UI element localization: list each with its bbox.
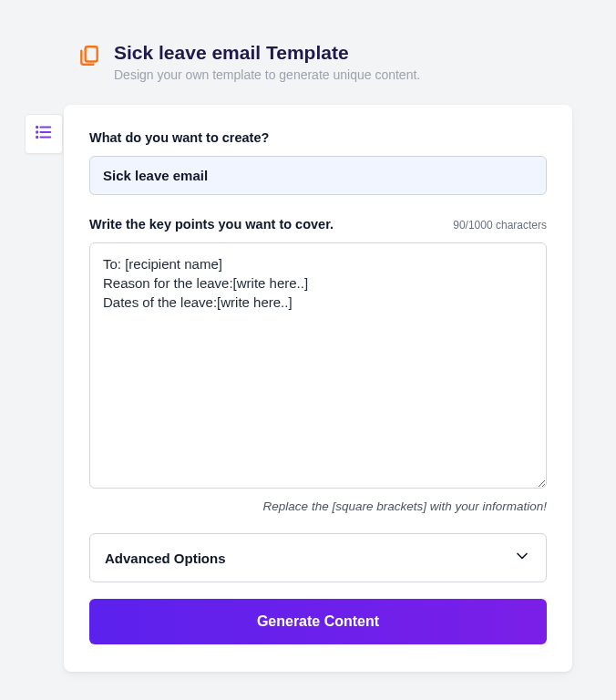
- list-icon: [34, 122, 54, 146]
- svg-point-5: [36, 137, 37, 138]
- chevron-down-icon: [513, 547, 531, 569]
- svg-point-3: [36, 131, 37, 132]
- page-subtitle: Design your own template to generate uni…: [114, 67, 616, 82]
- sidebar-list-toggle[interactable]: [25, 114, 63, 154]
- svg-rect-0: [86, 46, 98, 61]
- keypoints-label: Write the key points you want to cover.: [89, 217, 334, 232]
- page-title: Sick leave email Template: [114, 42, 616, 64]
- keypoints-textarea[interactable]: [89, 242, 547, 489]
- advanced-options-label: Advanced Options: [105, 551, 226, 566]
- character-counter: 90/1000 characters: [453, 219, 547, 232]
- page-header: Sick leave email Template Design your ow…: [0, 0, 616, 82]
- svg-point-1: [36, 127, 37, 128]
- copy-icon: [77, 44, 101, 71]
- title-label: What do you want to create?: [89, 130, 547, 145]
- generate-button[interactable]: Generate Content: [89, 599, 547, 644]
- title-input[interactable]: [89, 156, 547, 195]
- template-form-card: What do you want to create? Write the ke…: [64, 105, 572, 672]
- advanced-options-toggle[interactable]: Advanced Options: [89, 533, 547, 582]
- helper-text: Replace the [square brackets] with your …: [89, 499, 547, 513]
